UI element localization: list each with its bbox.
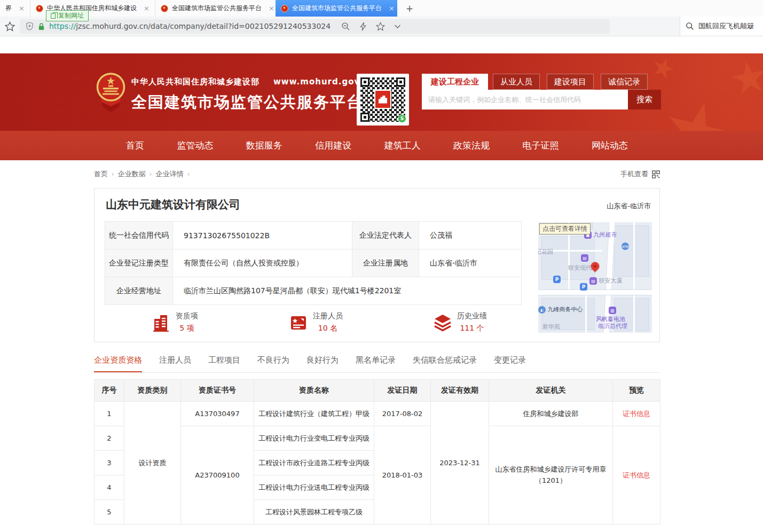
copy-url-tooltip: 复制网址 [46, 10, 89, 21]
tab-dishonesty[interactable]: 失信联合惩戒记录 [413, 355, 477, 372]
poi-atm: ATM [622, 242, 629, 250]
parking-icon: P [580, 283, 587, 291]
poi-building-icon: ▤ [581, 254, 588, 262]
stat-personnel[interactable]: 注册人员 10 名 [289, 311, 343, 333]
star-decoration [658, 95, 735, 131]
map-hint-badge: 点击可查看详情 [539, 223, 591, 234]
tab-change-records[interactable]: 变更记录 [494, 355, 526, 372]
search-tab-enterprise[interactable]: 建设工程企业 [422, 74, 488, 90]
site-title: 全国建筑市场监管公共服务平台 [131, 92, 374, 113]
tab-blacklist[interactable]: 黑名单记录 [356, 355, 396, 372]
search-button[interactable]: 搜索 [628, 90, 661, 109]
tab-projects[interactable]: 工程项目 [208, 355, 240, 372]
cert-no-cell: A237009100 [181, 426, 254, 525]
qr-finder [360, 113, 369, 122]
main-nav: 首页 监管动态 数据服务 信用建设 建筑工人 政策法规 电子证照 网站动态 [0, 131, 763, 160]
authority-cell: 住房和城乡建设部 [489, 402, 613, 426]
qualification-icon [152, 313, 171, 332]
site-identity: 中华人民共和国住房和城乡建设部 www.mohurd.gov.cn 全国建筑市场… [131, 77, 374, 113]
company-stats: 资质项 5 项 注册人员 10 名 历史业绩 111 个 [105, 311, 521, 337]
search-tab-projects[interactable]: 建设项目 [547, 74, 594, 90]
nav-item-credit[interactable]: 信用建设 [315, 139, 351, 152]
lock-icon[interactable] [38, 22, 45, 30]
map-road [633, 222, 635, 333]
qual-name-cell: 工程设计市政行业道路工程专业丙级 [254, 451, 374, 475]
new-tab-button[interactable]: + [397, 0, 422, 17]
legal-rep-value: 公茂福 [419, 222, 522, 249]
map-main-road-horizontal [538, 290, 652, 295]
issue-date-cell: 2017-08-02 [374, 402, 431, 426]
breadcrumb-company-detail[interactable]: 企业详情 [156, 169, 184, 179]
nav-item-policy[interactable]: 政策法规 [453, 139, 490, 152]
browser-search-box[interactable]: 国航回应飞机颠簸 [680, 17, 763, 36]
stat-achievements[interactable]: 历史业绩 111 个 [433, 311, 487, 333]
qr-center-logo [374, 90, 391, 109]
qual-name-cell: 工程设计风景园林工程专项乙级 [254, 500, 374, 525]
nav-item-license[interactable]: 电子证照 [523, 139, 559, 152]
detail-tabs: 企业资质资格 注册人员 工程项目 不良行为 良好行为 黑名单记录 失信联合惩戒记… [94, 355, 660, 373]
poi-parking-1: P [553, 276, 561, 283]
breadcrumb-separator: › [187, 170, 190, 178]
col-cert-no: 资质证书号 [181, 380, 254, 402]
close-icon[interactable]: × [140, 4, 150, 12]
nav-item-data-service[interactable]: 数据服务 [246, 139, 282, 152]
building-icon: ▤ [589, 277, 597, 285]
tab-qualifications[interactable]: 企业资质资格 [94, 355, 142, 372]
certificate-link[interactable]: 证书信息 [623, 471, 650, 479]
mobile-view-label[interactable]: 手机查看 [620, 169, 648, 179]
cert-no-cell: A137030497 [181, 402, 254, 426]
url-field[interactable]: https://jzsc.mohurd.gov.cn/data/company/… [20, 19, 610, 34]
close-icon[interactable]: × [265, 4, 274, 12]
table-header-row: 序号 资质类别 资质证书号 资质名称 发证日期 发证有效期 发证机关 预览 [95, 380, 660, 402]
nav-item-news[interactable]: 网站动态 [592, 139, 628, 152]
zoom-out-icon[interactable] [341, 22, 350, 31]
qr-mini-icon[interactable] [652, 170, 660, 178]
stat-label: 资质项 [176, 311, 198, 321]
map-road [585, 295, 587, 333]
tab-registered-personnel[interactable]: 注册人员 [159, 355, 191, 372]
tab-label: 全国建筑市场监管公共服务平台 [172, 4, 262, 13]
lightning-icon[interactable] [359, 22, 367, 31]
bookmark-star-icon[interactable] [5, 21, 15, 32]
col-preview: 预览 [613, 380, 660, 402]
browser-tab-2[interactable]: 全国建筑市场监管公共服务平台 × [155, 0, 276, 17]
location-map[interactable]: 点击可查看详情 ▣ 九州超市 ATM 记花园 ▤ 联安现代城 ▤ 联安大厦 P … [538, 222, 652, 333]
field-label: 企业登记注册类型 [105, 249, 173, 277]
shield-icon[interactable] [26, 22, 34, 30]
browser-tab-active[interactable]: 全国建筑市场监管公共服务平台 × [276, 0, 397, 17]
mini-program-icon: S [398, 114, 406, 123]
breadcrumb-company-data[interactable]: 企业数据 [118, 169, 146, 179]
star-decoration [729, 58, 763, 99]
issue-date-cell: 2018-01-03 [374, 426, 431, 525]
reg-type-value: 有限责任公司（自然人投资或控股） [173, 249, 352, 277]
favorite-star-icon[interactable] [376, 22, 385, 31]
national-emblem [96, 73, 125, 113]
tab-label: 界 [5, 4, 12, 13]
close-icon[interactable]: × [15, 4, 25, 12]
breadcrumb-separator: › [150, 170, 152, 178]
keyword-search-input[interactable] [422, 90, 628, 109]
table-row: 1 设计资质 A137030497 工程设计建筑行业（建筑工程）甲级 2017-… [95, 402, 660, 426]
close-icon[interactable]: × [386, 4, 395, 12]
col-issue-date: 发证日期 [374, 380, 431, 402]
address-value: 临沂市兰山区陶然路107号星河晶都（联安）现代城1号楼2201室 [173, 277, 522, 305]
stat-label: 历史业绩 [457, 311, 487, 321]
search-tab-credit[interactable]: 诚信记录 [601, 74, 648, 90]
tab-good-behavior[interactable]: 良好行为 [306, 355, 339, 372]
breadcrumb-home[interactable]: 首页 [94, 169, 108, 179]
nav-item-home[interactable]: 首页 [126, 139, 144, 152]
company-region: 山东省-临沂市 [607, 201, 651, 211]
stat-qualifications[interactable]: 资质项 5 项 [152, 311, 198, 333]
chevron-down-icon[interactable] [394, 24, 401, 29]
tooltip-text: 复制网址 [58, 11, 84, 20]
search-tab-personnel[interactable]: 从业人员 [493, 74, 540, 90]
tab-bad-behavior[interactable]: 不良行为 [257, 355, 289, 372]
site-search: 建设工程企业 从业人员 建设项目 诚信记录 搜索 [422, 74, 661, 109]
nav-item-supervision[interactable]: 监管动态 [177, 139, 213, 152]
qr-finder [396, 77, 405, 87]
field-label: 企业经营地址 [105, 277, 173, 305]
nav-item-workers[interactable]: 建筑工人 [384, 139, 421, 152]
building-icon [379, 96, 387, 104]
browser-tab-0[interactable]: 界 × [0, 0, 30, 17]
certificate-link[interactable]: 证书信息 [623, 410, 650, 418]
